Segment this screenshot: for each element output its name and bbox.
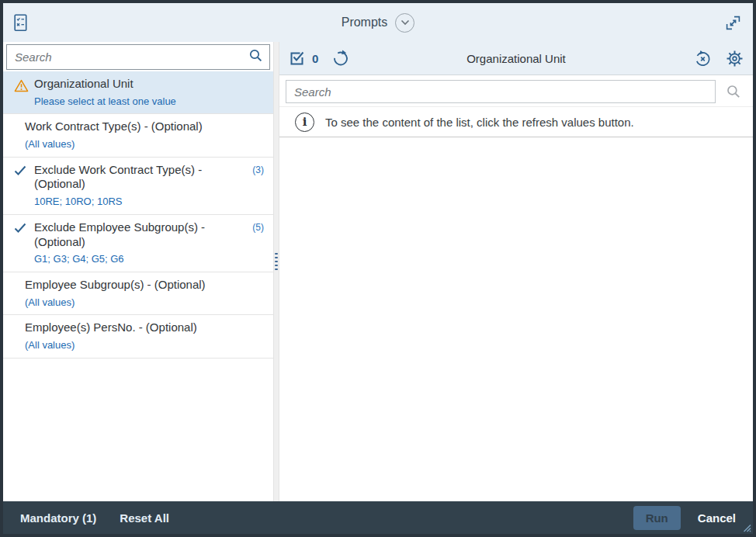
run-button[interactable]: Run <box>633 506 681 530</box>
value-search-input[interactable] <box>286 80 716 103</box>
prompt-list: Organizational Unit Please select at lea… <box>3 71 273 501</box>
prompt-values: 10RE; 10RO; 10RS <box>34 196 247 208</box>
mandatory-filter-button[interactable]: Mandatory (1) <box>14 507 102 529</box>
prompt-subtitle: (All values) <box>25 138 247 151</box>
expand-icon <box>724 14 742 32</box>
selected-values-count: 0 <box>312 52 318 65</box>
settings-gear-icon[interactable] <box>726 50 744 68</box>
prompt-values: G1; G3; G4; G5; G6 <box>34 253 247 265</box>
value-selection-panel: 0 Organizational Unit <box>279 42 753 501</box>
chevron-down-icon <box>401 19 410 26</box>
prompt-search-input[interactable] <box>6 44 270 70</box>
resize-grip-icon[interactable] <box>741 522 751 532</box>
collapse-header-button[interactable] <box>395 13 414 33</box>
prompt-title: Employee(s) PersNo. - (Optional) <box>25 320 247 335</box>
dialog-header: Prompts <box>3 3 753 42</box>
reset-values-icon[interactable] <box>694 50 712 68</box>
prompt-title: Employee Subgroup(s) - (Optional) <box>25 278 247 293</box>
prompts-dialog: Prompts <box>3 3 753 534</box>
expand-dialog-button[interactable] <box>724 14 742 32</box>
dialog-title: Prompts <box>342 16 388 29</box>
info-icon: i <box>295 113 314 132</box>
reset-all-button[interactable]: Reset All <box>113 507 175 529</box>
prompt-item-exclude-work-contract-type[interactable]: Exclude Work Contract Type(s) - (Optiona… <box>3 158 273 215</box>
panel-splitter[interactable] <box>273 42 279 501</box>
prompt-subtitle: (All values) <box>25 296 247 309</box>
prompt-title: Organizational Unit <box>34 77 247 92</box>
dialog-footer: Mandatory (1) Reset All Run Cancel <box>3 501 753 534</box>
selected-count-badge: (3) <box>252 165 264 175</box>
prompt-subtitle: (All values) <box>25 339 247 352</box>
prompt-title: Exclude Employee Subgroup(s) - (Optional… <box>34 220 247 250</box>
value-list-empty-area <box>279 137 753 501</box>
check-icon <box>14 223 26 234</box>
value-toolbar: 0 Organizational Unit <box>279 42 753 75</box>
prompt-list-icon <box>12 13 29 33</box>
selected-count-badge: (5) <box>252 222 264 233</box>
refresh-values-icon[interactable] <box>332 50 349 67</box>
warning-icon <box>14 79 29 92</box>
prompt-title: Work Contract Type(s) - (Optional) <box>25 120 247 134</box>
prompt-item-exclude-employee-subgroup[interactable]: Exclude Employee Subgroup(s) - (Optional… <box>3 215 273 272</box>
prompt-item-employee-persno[interactable]: Employee(s) PersNo. - (Optional) (All va… <box>3 315 273 358</box>
prompt-list-panel: Organizational Unit Please select at lea… <box>3 42 273 501</box>
cancel-button[interactable]: Cancel <box>692 507 742 529</box>
selected-values-icon[interactable] <box>289 50 306 67</box>
value-panel-title: Organizational Unit <box>466 52 566 65</box>
prompt-subtitle: Please select at least one value <box>34 95 247 108</box>
prompt-item-work-contract-type[interactable]: Work Contract Type(s) - (Optional) (All … <box>3 114 273 157</box>
splitter-grip-icon[interactable] <box>274 253 279 270</box>
info-message: To see the content of the list, click th… <box>325 116 634 129</box>
value-search-icon[interactable] <box>727 85 740 99</box>
prompt-title: Exclude Work Contract Type(s) - (Optiona… <box>34 163 247 192</box>
prompt-item-employee-subgroup[interactable]: Employee Subgroup(s) - (Optional) (All v… <box>3 272 273 315</box>
check-icon <box>14 165 26 177</box>
value-search-row <box>279 75 753 107</box>
search-icon[interactable] <box>249 49 262 62</box>
prompt-item-organizational-unit[interactable]: Organizational Unit Please select at lea… <box>3 71 273 114</box>
info-message-bar: i To see the content of the list, click … <box>279 107 753 137</box>
